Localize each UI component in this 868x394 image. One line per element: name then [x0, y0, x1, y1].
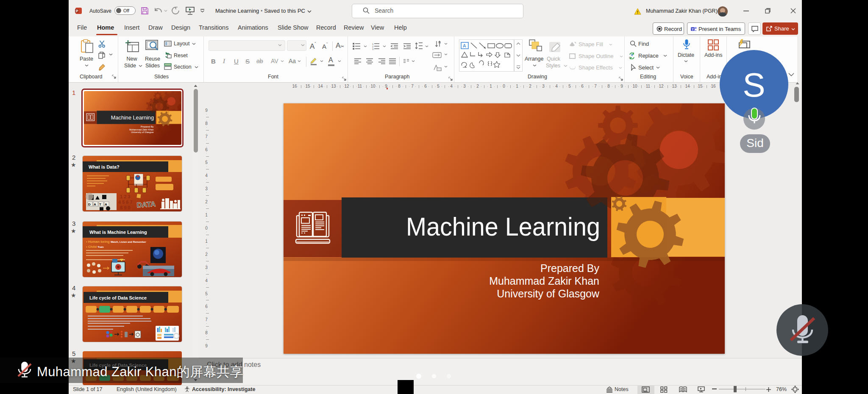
svg-text:T: T — [99, 203, 101, 206]
svg-text:University of Glasgow: University of Glasgow — [131, 131, 153, 133]
svg-text:Muhammad Zakir Khan: Muhammad Zakir Khan — [129, 128, 153, 131]
svg-text:8 9 0: 8 9 0 — [120, 205, 130, 210]
svg-text:T: T — [692, 28, 694, 31]
svg-text:Machine Learning: Machine Learning — [406, 212, 600, 241]
svg-text:What is Machine Learning: What is Machine Learning — [89, 230, 147, 235]
svg-text:4 5 6 7: 4 5 6 7 — [118, 200, 133, 205]
svg-text:Prepared By: Prepared By — [540, 262, 599, 274]
svg-text:A: A — [105, 203, 107, 206]
svg-text:b: b — [631, 53, 633, 56]
svg-text:• Child Train: • Child Train — [86, 245, 104, 249]
svg-text:D: D — [88, 203, 91, 206]
svg-text:c: c — [629, 56, 631, 59]
svg-text:Machine Learning: Machine Learning — [111, 114, 154, 121]
svg-text:A: A — [463, 43, 466, 48]
svg-text:Muhammad Zakir Khan: Muhammad Zakir Khan — [489, 275, 599, 287]
svg-text:DATA: DATA — [136, 200, 156, 209]
svg-text:A: A — [439, 41, 441, 44]
svg-text:1 2 3: 1 2 3 — [120, 194, 130, 199]
svg-text:Life cycle of Data Science: Life cycle of Data Science — [89, 295, 147, 300]
svg-text:3: 3 — [372, 48, 374, 50]
svg-text:• Human being Watch, Listen an: • Human being Watch, Listen and Remember — [86, 240, 146, 244]
svg-text:What is Data?: What is Data? — [89, 164, 120, 169]
svg-text:P: P — [76, 9, 78, 13]
svg-text:A: A — [94, 203, 96, 206]
svg-text:University of Glasgow: University of Glasgow — [497, 288, 600, 300]
svg-text:Prepared By: Prepared By — [141, 125, 154, 128]
